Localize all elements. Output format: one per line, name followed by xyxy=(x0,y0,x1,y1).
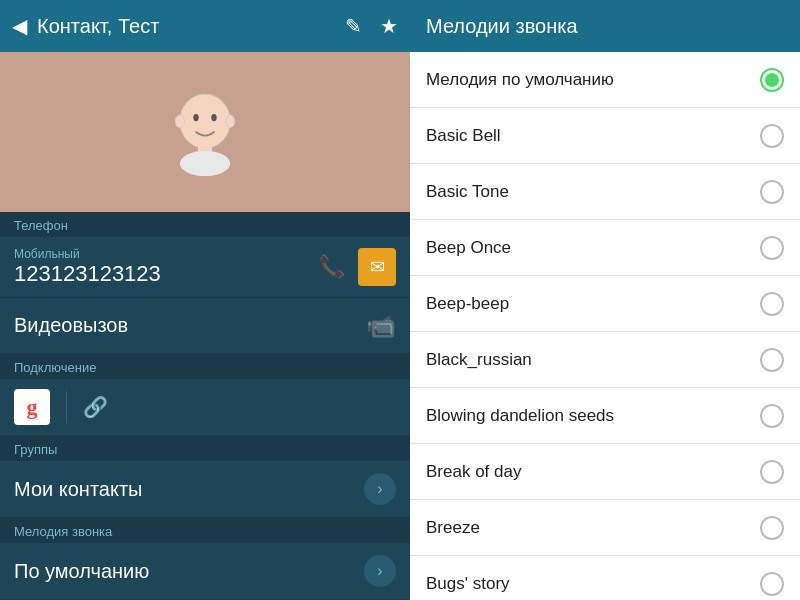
phone-actions: 📞 ✉ xyxy=(312,248,396,286)
avatar-svg xyxy=(160,87,250,177)
google-icon: g xyxy=(14,389,50,425)
videocall-label: Видеовызов xyxy=(14,314,366,337)
groups-chevron[interactable]: › xyxy=(364,473,396,505)
svg-point-0 xyxy=(180,94,230,148)
ringtone-item-name: Break of day xyxy=(426,462,760,482)
radio-button[interactable] xyxy=(760,68,784,92)
radio-dot xyxy=(765,73,779,87)
ringtone-section-label: Мелодия звонка xyxy=(0,518,410,543)
phone-number: 123123123123 xyxy=(14,261,312,287)
radio-button[interactable] xyxy=(760,404,784,428)
message-button[interactable]: ✉ xyxy=(358,248,396,286)
svg-point-4 xyxy=(226,115,235,128)
ringtone-item-name: Breeze xyxy=(426,518,760,538)
call-button[interactable]: 📞 xyxy=(312,248,350,286)
ringtone-list-item[interactable]: Breeze xyxy=(410,500,800,556)
back-button[interactable]: ◀ xyxy=(12,14,27,38)
right-panel: Мелодии звонка Мелодия по умолчаниюBasic… xyxy=(410,0,800,600)
ringtone-value: По умолчанию xyxy=(14,560,364,583)
ringtone-list-item[interactable]: Black_russian xyxy=(410,332,800,388)
contact-name: Контакт, Тест xyxy=(37,15,335,38)
ringtone-list-item[interactable]: Bugs' story xyxy=(410,556,800,600)
ringtone-list-title: Мелодии звонка xyxy=(426,15,578,38)
contact-header: ◀ Контакт, Тест ✎ ★ xyxy=(0,0,410,52)
connection-row: g 🔗 xyxy=(0,379,410,436)
radio-button[interactable] xyxy=(760,572,784,596)
ringtone-list: Мелодия по умолчаниюBasic BellBasic Tone… xyxy=(410,52,800,600)
radio-button[interactable] xyxy=(760,516,784,540)
ringtone-item-name: Bugs' story xyxy=(426,574,760,594)
svg-point-1 xyxy=(193,114,198,121)
star-icon[interactable]: ★ xyxy=(380,14,398,38)
svg-point-6 xyxy=(180,151,230,176)
ringtone-list-item[interactable]: Beep Once xyxy=(410,220,800,276)
ringtone-list-item[interactable]: Basic Tone xyxy=(410,164,800,220)
radio-button[interactable] xyxy=(760,292,784,316)
phone-section-label: Телефон xyxy=(0,212,410,237)
ringtone-chevron[interactable]: › xyxy=(364,555,396,587)
header-icons: ✎ ★ xyxy=(345,14,398,38)
ringtone-list-item[interactable]: Мелодия по умолчанию xyxy=(410,52,800,108)
svg-point-3 xyxy=(175,115,184,128)
ringtone-item-name: Basic Tone xyxy=(426,182,760,202)
ringtone-item-name: Beep-beep xyxy=(426,294,760,314)
ringtone-list-item[interactable]: Blowing dandelion seeds xyxy=(410,388,800,444)
group-value: Мои контакты xyxy=(14,478,364,501)
avatar xyxy=(155,77,255,187)
videocall-row[interactable]: Видеовызов 📹 xyxy=(0,298,410,354)
radio-button[interactable] xyxy=(760,124,784,148)
ringtone-item-name: Black_russian xyxy=(426,350,760,370)
left-panel: ◀ Контакт, Тест ✎ ★ xyxy=(0,0,410,600)
ringtone-list-header: Мелодии звонка xyxy=(410,0,800,52)
edit-icon[interactable]: ✎ xyxy=(345,14,362,38)
videocall-icon: 📹 xyxy=(366,312,396,340)
radio-button[interactable] xyxy=(760,348,784,372)
connection-section-label: Подключение xyxy=(0,354,410,379)
radio-button[interactable] xyxy=(760,460,784,484)
ringtone-row[interactable]: По умолчанию › xyxy=(0,543,410,600)
svg-point-2 xyxy=(211,114,216,121)
ringtone-list-item[interactable]: Beep-beep xyxy=(410,276,800,332)
avatar-section xyxy=(0,52,410,212)
ringtone-list-item[interactable]: Basic Bell xyxy=(410,108,800,164)
radio-button[interactable] xyxy=(760,236,784,260)
radio-button[interactable] xyxy=(760,180,784,204)
ringtone-item-name: Мелодия по умолчанию xyxy=(426,70,760,90)
groups-section-label: Группы xyxy=(0,436,410,461)
divider xyxy=(66,391,67,423)
link-icon[interactable]: 🔗 xyxy=(83,395,108,419)
ringtone-item-name: Beep Once xyxy=(426,238,760,258)
phone-row: Мобильный 123123123123 📞 ✉ xyxy=(0,237,410,298)
ringtone-list-item[interactable]: Break of day xyxy=(410,444,800,500)
groups-row[interactable]: Мои контакты › xyxy=(0,461,410,518)
phone-info: Мобильный 123123123123 xyxy=(14,247,312,287)
ringtone-item-name: Blowing dandelion seeds xyxy=(426,406,760,426)
ringtone-item-name: Basic Bell xyxy=(426,126,760,146)
phone-sublabel: Мобильный xyxy=(14,247,312,261)
